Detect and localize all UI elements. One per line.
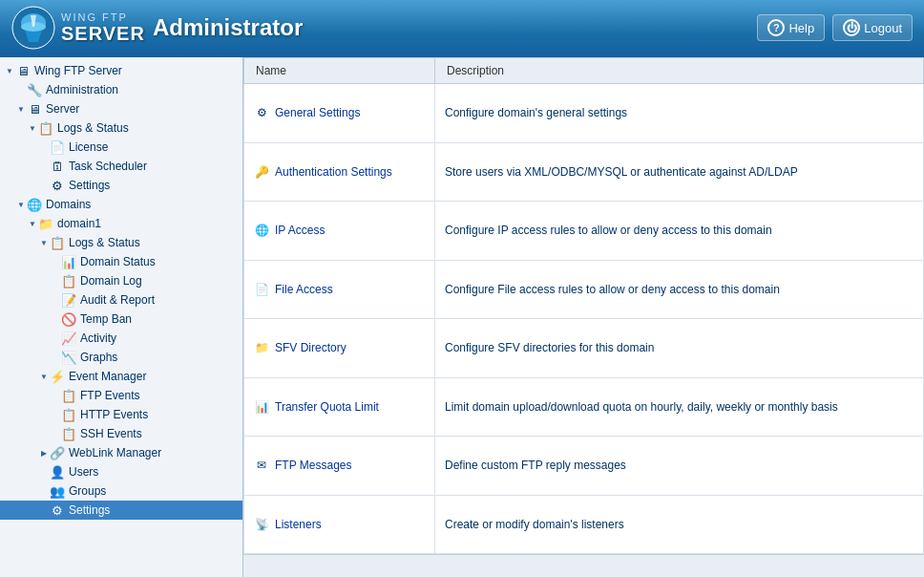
row-name-1: Authentication Settings [275,165,392,179]
sidebar-item-audit-report[interactable]: 📝Audit & Report [0,290,242,310]
sidebar-item-groups[interactable]: 👥Groups [0,481,242,501]
sidebar-item-license[interactable]: 📄License [0,138,242,157]
row-name-container: ✉FTP Messages [254,458,425,473]
audit-report-label: Audit & Report [80,293,155,307]
administration-label: Administration [46,83,118,96]
sidebar-item-users[interactable]: 👤Users [0,462,242,481]
tree-toggle-arrow [15,103,27,115]
row-name-container: 📄File Access [254,282,425,297]
row-name-0: General Settings [275,106,360,119]
help-label: Help [788,21,814,35]
ftp-events-label: FTP Events [80,389,139,402]
groups-icon: 👥 [50,483,65,499]
sidebar-item-graphs[interactable]: 📉Graphs [0,348,242,367]
row-name-5: Transfer Quota Limit [275,400,379,414]
activity-icon: 📈 [61,331,76,346]
app-header: WING FTP SERVER Administrator ? Help ⏻ L… [0,0,924,55]
sidebar-item-domain-status[interactable]: 📊Domain Status [0,252,242,271]
table-row[interactable]: 📊Transfer Quota LimitLimit domain upload… [244,377,924,437]
content-area: Name Description ⚙General SettingsConfig… [243,57,924,577]
settings-table: Name Description ⚙General SettingsConfig… [243,57,924,554]
logs-status-icon: 📋 [38,120,53,136]
table-row[interactable]: 📁SFV DirectoryConfigure SFV directories … [244,319,924,378]
domain-logs-status-icon: 📋 [50,235,65,250]
row-desc-cell-1: Store users via XML/ODBC/MYSQL or authen… [435,142,924,202]
tree-toggle-arrow [38,237,50,248]
col-name-header: Name [244,58,435,84]
graphs-icon: 📉 [61,350,76,365]
tree-toggle-arrow [27,218,38,229]
groups-label: Groups [69,484,106,498]
table-row[interactable]: ⚙General SettingsConfigure domain's gene… [244,84,924,143]
sidebar-item-domain-log[interactable]: 📋Domain Log [0,271,242,290]
help-button[interactable]: ? Help [757,14,825,41]
table-row[interactable]: 🔑Authentication SettingsStore users via … [244,142,924,202]
wing-ftp-server-label: Wing FTP Server [34,64,122,77]
row-name-4: SFV Directory [275,341,346,354]
row-name-3: File Access [275,283,333,296]
main-container: 🖥Wing FTP Server🔧Administration🖥Server📋L… [0,55,924,577]
logout-icon: ⏻ [843,19,860,36]
domain-status-icon: 📊 [61,254,76,269]
logout-button[interactable]: ⏻ Logout [832,14,913,41]
activity-label: Activity [80,331,116,345]
logo-wing-label: WING FTP [61,11,145,23]
sidebar-item-domain1[interactable]: 📁domain1 [0,214,242,233]
table-row[interactable]: 🌐IP AccessConfigure IP access rules to a… [244,202,924,261]
domains-label: Domains [46,198,91,211]
sidebar-item-server[interactable]: 🖥Server [0,99,242,118]
sidebar-item-task-scheduler[interactable]: 🗓Task Scheduler [0,157,242,176]
sidebar-item-settings[interactable]: ⚙Settings [0,176,242,195]
domain1-label: domain1 [57,217,101,230]
sidebar-item-ssh-events[interactable]: 📋SSH Events [0,424,242,443]
tree-toggle-arrow [4,65,15,76]
row-icon-4: 📁 [254,340,269,355]
sidebar-item-wing-ftp-server[interactable]: 🖥Wing FTP Server [0,61,242,80]
row-icon-2: 🌐 [254,223,269,238]
row-name-container: 📊Transfer Quota Limit [254,399,425,415]
sidebar-item-temp-ban[interactable]: 🚫Temp Ban [0,310,242,329]
table-row[interactable]: 📡ListenersCreate or modify domain's list… [244,495,924,554]
sidebar-item-domains[interactable]: 🌐Domains [0,195,242,214]
row-name-cell-3: 📄File Access [244,260,435,319]
tree-toggle-arrow [15,199,27,210]
settings-icon: ⚙ [50,178,65,193]
sidebar-item-event-manager[interactable]: ⚡Event Manager [0,367,242,386]
domain-settings-icon: ⚙ [50,502,65,518]
row-icon-0: ⚙ [254,105,269,120]
ftp-events-icon: 📋 [61,388,76,403]
weblink-manager-icon: 🔗 [50,445,65,460]
content-footer [243,554,924,577]
tree-toggle-arrow [38,371,50,382]
row-name-container: 🌐IP Access [254,223,425,238]
row-name-cell-1: 🔑Authentication Settings [244,142,435,202]
row-name-cell-0: ⚙General Settings [244,84,435,143]
sidebar-item-weblink-manager[interactable]: 🔗WebLink Manager [0,443,242,462]
weblink-manager-label: WebLink Manager [69,446,161,459]
sidebar-item-domain-settings[interactable]: ⚙Settings [0,501,242,520]
sidebar-item-logs-status[interactable]: 📋Logs & Status [0,118,242,138]
table-row[interactable]: ✉FTP MessagesDefine custom FTP reply mes… [244,437,924,496]
help-icon: ? [767,19,785,36]
sidebar-item-activity[interactable]: 📈Activity [0,329,242,348]
row-name-container: 📡Listeners [254,517,425,532]
sidebar-item-administration[interactable]: 🔧Administration [0,80,242,99]
row-name-cell-6: ✉FTP Messages [244,437,435,496]
domain-status-label: Domain Status [80,255,156,268]
row-desc-cell-6: Define custom FTP reply messages [435,437,924,496]
users-icon: 👤 [50,464,65,480]
table-row[interactable]: 📄File AccessConfigure File access rules … [244,260,924,319]
sidebar-item-http-events[interactable]: 📋HTTP Events [0,405,242,424]
domain-log-label: Domain Log [80,274,142,288]
logo-server-label: SERVER [61,23,145,44]
row-icon-1: 🔑 [254,164,269,180]
task-scheduler-label: Task Scheduler [69,160,147,173]
row-name-6: FTP Messages [275,459,351,472]
sidebar: 🖥Wing FTP Server🔧Administration🖥Server📋L… [0,57,243,577]
sidebar-item-domain-logs-status[interactable]: 📋Logs & Status [0,233,242,252]
row-name-container: 📁SFV Directory [254,340,425,355]
sidebar-item-ftp-events[interactable]: 📋FTP Events [0,386,242,405]
server-icon: 🖥 [27,101,42,117]
logo-text: WING FTP SERVER [61,11,145,44]
row-icon-5: 📊 [254,399,269,415]
